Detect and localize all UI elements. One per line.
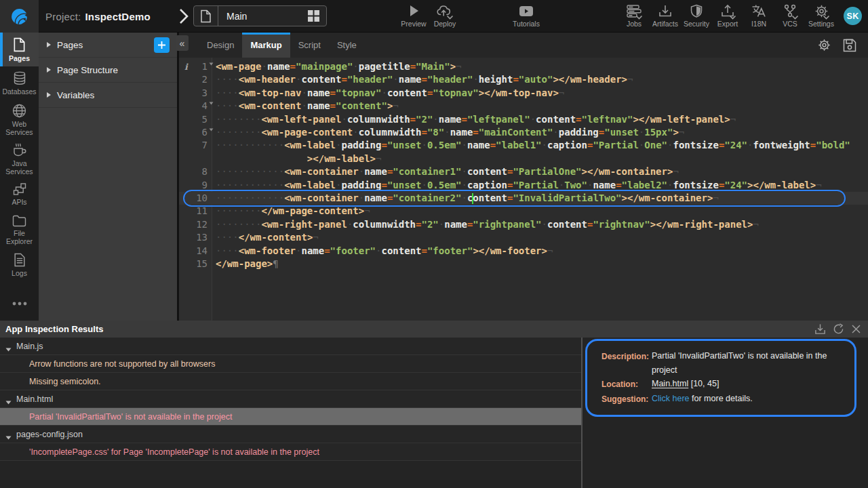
text-cursor xyxy=(472,193,473,205)
tutorials-button[interactable]: Tutorials xyxy=(505,3,548,32)
code-line-1[interactable]: i1<wm-page·name="mainpage"·pagetitle="Ma… xyxy=(179,60,868,73)
save-icon[interactable] xyxy=(843,39,856,52)
code-line-2[interactable]: 2····<wm-header·content="header"·name="h… xyxy=(179,73,868,86)
editor-settings-gear-icon[interactable] xyxy=(817,38,831,52)
collapse-panel-button[interactable]: « xyxy=(176,35,189,51)
download-report-icon[interactable] xyxy=(814,323,826,335)
settings-button[interactable]: Settings xyxy=(800,3,843,32)
user-avatar[interactable]: SK xyxy=(844,7,862,25)
deploy-button[interactable]: Deploy xyxy=(423,3,467,32)
rail-label-apis: APIs xyxy=(12,198,26,206)
code-text: ········<wm-page-content·columnwidth="8"… xyxy=(216,126,684,139)
code-line-4[interactable]: 4····<wm-content·name="content">¬ xyxy=(179,100,868,113)
inspection-group-row[interactable]: pages-config.json xyxy=(0,426,581,443)
tab-script[interactable]: Script xyxy=(290,33,329,58)
rail-item-web-services[interactable]: Web Services xyxy=(0,100,39,140)
inspection-detail-card: Description: Partial 'InvalidPartialTwo'… xyxy=(585,339,856,417)
app-inspection-panel: App Inspection Results Main.jsArrow func… xyxy=(0,321,868,488)
line-number: 12 xyxy=(179,218,208,231)
suggestion-rest: for more details. xyxy=(692,394,753,403)
rail-more-button[interactable] xyxy=(0,296,39,308)
location-file-link[interactable]: Main.html xyxy=(652,379,688,388)
refresh-icon[interactable] xyxy=(833,323,844,335)
rail-item-logs[interactable]: Logs xyxy=(0,249,39,281)
code-line-7[interactable]: 7············<wm-label·padding="unset·0.… xyxy=(179,139,868,152)
tab-style[interactable]: Style xyxy=(329,33,365,58)
code-line-13[interactable]: 13····</wm-content>¬ xyxy=(179,231,868,244)
app-logo[interactable] xyxy=(0,0,39,33)
caret-down-icon[interactable] xyxy=(5,397,12,407)
rail-item-java-services[interactable]: Java Services xyxy=(0,140,39,178)
vcs-label: VCS xyxy=(783,20,797,28)
inspection-issue-row[interactable]: 'IncompletePage.css' for Page 'Incomplet… xyxy=(0,443,581,461)
rail-item-databases[interactable]: Databases xyxy=(0,66,39,100)
rail-item-pages[interactable]: Pages xyxy=(0,33,39,66)
inspection-issue-row[interactable]: Arrow functions are not supported by all… xyxy=(0,355,581,373)
suggestion-label: Suggestion: xyxy=(601,392,652,407)
code-line-11[interactable]: 11········</wm-page-content>¬ xyxy=(179,205,868,218)
file-explorer-icon xyxy=(12,215,26,227)
pages-icon xyxy=(13,37,26,52)
code-line-8[interactable]: 8············<wm-container·name="contain… xyxy=(179,165,868,178)
description-value: Partial 'InvalidPartialTwo' is not avail… xyxy=(652,349,842,377)
code-line-8-wrap[interactable]: ></wm-label>¬ xyxy=(179,152,868,165)
jobs-caret-icon[interactable] xyxy=(635,15,643,20)
fold-caret-icon[interactable] xyxy=(209,100,214,113)
suggestion-link[interactable]: Click here xyxy=(652,394,690,403)
code-line-10[interactable]: 10············<wm-container·name="contai… xyxy=(179,192,868,205)
fold-caret-icon[interactable] xyxy=(209,126,214,139)
deploy-caret-icon[interactable] xyxy=(446,15,454,20)
top-bar: Project: InspectDemo Main Previe xyxy=(0,0,868,33)
tab-design[interactable]: Design xyxy=(199,33,242,58)
code-text: ············<wm-label·padding="unset·0.5… xyxy=(216,179,822,192)
caret-right-icon xyxy=(46,66,52,73)
jobs-label: Jobs xyxy=(627,20,642,28)
logs-icon xyxy=(14,253,26,267)
inspection-issue-row[interactable]: Missing semicolon. xyxy=(0,373,581,390)
inspection-row-label: pages-config.json xyxy=(16,430,83,439)
code-line-5[interactable]: 5········<wm-left-panel·columnwidth="2"·… xyxy=(179,113,868,126)
inspection-group-row[interactable]: Main.html xyxy=(0,390,581,408)
add-page-button[interactable] xyxy=(154,37,170,53)
page-selector[interactable]: Main xyxy=(193,5,327,26)
inspection-group-row[interactable]: Main.js xyxy=(0,338,581,355)
code-line-14[interactable]: 14····<wm-footer·name="footer"·content="… xyxy=(179,245,868,258)
inspection-title: App Inspection Results xyxy=(5,324,103,334)
fold-caret-icon[interactable] xyxy=(209,60,214,73)
inspection-issue-row[interactable]: Partial 'InvalidPartialTwo' is not avail… xyxy=(0,408,581,426)
code-line-9[interactable]: 9············<wm-label·padding="unset·0.… xyxy=(179,179,868,192)
section-page-structure[interactable]: Page Structure xyxy=(39,58,177,83)
grid-icon[interactable] xyxy=(307,9,320,22)
rail-label-java-services: Java Services xyxy=(0,159,39,176)
caret-down-icon[interactable] xyxy=(5,432,12,442)
code-line-6[interactable]: 6········<wm-page-content·columnwidth="8… xyxy=(179,126,868,139)
close-panel-icon[interactable] xyxy=(851,324,861,334)
code-text: </wm-page>¶ xyxy=(216,258,279,270)
code-line-3[interactable]: 3····<wm-top-nav·name="topnav"·content="… xyxy=(179,87,868,100)
section-pages[interactable]: Pages xyxy=(39,33,177,58)
section-variables[interactable]: Variables xyxy=(39,83,177,108)
rail-label-logs: Logs xyxy=(12,269,27,277)
markup-code-editor[interactable]: i1<wm-page·name="mainpage"·pagetitle="Ma… xyxy=(179,58,868,321)
rail-item-apis[interactable]: APIs xyxy=(0,178,39,210)
code-text: ············<wm-label·padding="unset·0.5… xyxy=(216,139,850,152)
inspection-row-label: Main.html xyxy=(16,394,53,404)
code-text: ····</wm-content>¬ xyxy=(216,231,319,244)
tab-markup[interactable]: Markup xyxy=(242,33,290,58)
inspection-row-label: Partial 'InvalidPartialTwo' is not avail… xyxy=(29,412,232,422)
code-line-12[interactable]: 12········<wm-right-panel·columnwidth="2… xyxy=(179,218,868,231)
rail-item-file-explorer[interactable]: File Explorer xyxy=(0,210,39,249)
caret-down-icon[interactable] xyxy=(5,344,12,354)
line-number: 5 xyxy=(179,113,208,126)
settings-caret-icon[interactable] xyxy=(823,15,830,20)
export-caret-icon[interactable] xyxy=(729,15,736,20)
project-label: Project: xyxy=(45,11,81,22)
code-line-15[interactable]: 15</wm-page>¶ xyxy=(179,258,868,270)
inspection-row-label: Arrow functions are not supported by all… xyxy=(29,359,215,369)
rail-label-file-explorer: File Explorer xyxy=(0,229,39,245)
location-value: Main.html [10, 45] xyxy=(652,377,719,392)
settings-label: Settings xyxy=(808,20,834,28)
code-text: ········</wm-page-content>¬ xyxy=(216,205,370,218)
vcs-caret-icon[interactable] xyxy=(791,15,799,20)
export-label: Export xyxy=(717,20,738,28)
